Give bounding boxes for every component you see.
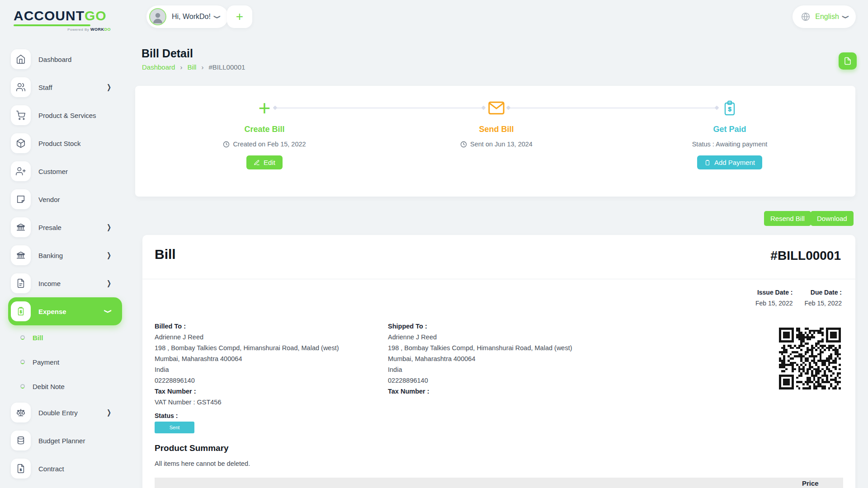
price-column-header: Price [802,479,819,487]
chevron-right-icon: ❯ [107,251,111,259]
bank-icon [11,245,31,265]
user-menu[interactable]: Hi, WorkDo! ❯ [146,5,228,28]
shipped-tax-label: Tax Number : [388,386,572,397]
sidebar-item-label: Income [38,280,61,287]
sidebar-item-double-entry[interactable]: Double Entry ❯ [0,399,126,427]
billed-address2: Mumbai, Maharashtra 400064 [155,353,339,364]
breadcrumb-bill[interactable]: Bill [187,63,196,71]
brand-logo-text: ACCOUNTGO [14,8,113,23]
shipped-address2: Mumbai, Maharashtra 400064 [388,353,572,364]
due-date: Due Date : Feb 15, 2022 [804,289,842,307]
brand-logo[interactable]: ACCOUNTGO Powered By WORKDO [14,8,113,32]
coins-dollar-icon [11,431,31,450]
sidebar-item-presale[interactable]: Presale ❯ [0,213,126,241]
clipboard-dollar-icon: $ [11,301,31,321]
edit-button[interactable]: Edit [246,155,283,169]
note-icon [11,189,31,209]
svg-text:$: $ [20,468,22,472]
add-button[interactable]: + [227,5,252,28]
chevron-right-icon: ❯ [107,223,111,231]
bill-dates: Issue Date : Feb 15, 2022 Due Date : Feb… [755,289,842,307]
brand-powered-by: Powered By WORKDO [14,27,111,32]
status-badge: Sent [155,422,194,433]
chevron-right-icon: › [180,63,182,71]
sidebar-item-staff[interactable]: Staff ❯ [0,73,126,101]
status-label: Status : [155,412,178,419]
globe-icon [801,12,811,22]
chevron-right-icon: ❯ [107,279,111,287]
step-meta: Created on Feb 15, 2022 [223,141,306,148]
sidebar-item-product-stock[interactable]: Product Stock [0,129,126,157]
download-button[interactable]: Download [811,211,854,226]
bill-detail-card: Bill #BILL00001 Issue Date : Feb 15, 202… [142,235,855,488]
clipboard-dollar-icon: $ [722,99,737,117]
bill-heading: Bill [155,247,176,262]
bank-icon [11,217,31,237]
step-title: Create Bill [244,125,284,134]
chevron-right-icon: ❯ [107,408,111,417]
brand-logo-underline [14,24,90,26]
sidebar-item-expense[interactable]: $ Expense ❯ [8,297,122,325]
svg-text:$: $ [20,310,22,314]
sidebar-item-customer[interactable]: Customer [0,157,126,185]
billed-phone: 02228896140 [155,375,339,386]
sidebar-item-vendor[interactable]: Vendor [0,185,126,213]
sidebar-item-label: Staff [38,84,52,91]
sidebar-item-label: Presale [38,224,61,231]
sidebar-subitem-debit-note[interactable]: Debit Note [0,374,126,399]
step-send-bill: Send Bill Sent on Jun 13, 2024 [424,86,569,197]
shipped-country: India [388,364,572,375]
clock-icon [223,141,230,148]
sidebar-item-label: Contract [38,465,64,473]
bullet-icon [20,335,25,340]
sidebar-item-label: Expense [38,308,66,315]
home-icon [11,49,31,69]
qr-code [779,328,841,389]
sidebar-item-contract[interactable]: $ Contract [0,455,126,483]
sidebar-item-banking[interactable]: Banking ❯ [0,241,126,269]
chevron-down-icon: ❯ [842,14,849,19]
breadcrumb-dashboard[interactable]: Dashboard [142,63,175,71]
resend-bill-button[interactable]: Resend Bill [764,211,811,226]
language-selector[interactable]: English ❯ [793,5,856,28]
export-document-button[interactable] [839,52,857,70]
plus-icon: + [259,99,271,117]
file-text-icon [11,273,31,293]
step-meta: Status : Awaiting payment [692,141,768,148]
sidebar-item-label: Dashboard [38,56,71,63]
bullet-icon [20,360,25,364]
greeting-text: Hi, WorkDo! [172,13,211,21]
billed-name: Adrienne J Reed [155,332,339,343]
breadcrumb: Dashboard › Bill › #BILL00001 [142,63,245,71]
sidebar-subitem-label: Payment [33,358,59,366]
shipped-phone: 02228896140 [388,375,572,386]
add-payment-button[interactable]: Add Payment [697,155,762,169]
cart-icon [11,105,31,125]
sidebar-item-label: Customer [38,168,68,175]
sidebar-item-product-services[interactable]: Product & Services [0,101,126,129]
sidebar-item-income[interactable]: Income ❯ [0,269,126,297]
sidebar-item-label: Budget Planner [38,437,85,445]
sidebar-item-budget-planner[interactable]: Budget Planner [0,427,126,455]
billed-to-block: Billed To : Adrienne J Reed 198 , Bombay… [155,321,339,408]
sidebar-subitem-payment[interactable]: Payment [0,350,126,374]
billed-tax-value: VAT Number : GST456 [155,397,339,408]
step-title: Send Bill [479,125,514,134]
billed-country: India [155,364,339,375]
shipped-to-block: Shipped To : Adrienne J Reed 198 , Bomba… [388,321,572,397]
step-create-bill: + Create Bill Created on Feb 15, 2022 Ed… [192,86,337,197]
sidebar-item-dashboard[interactable]: Dashboard [0,45,126,73]
sidebar-item-label: Vendor [38,196,60,203]
sidebar: ACCOUNTGO Powered By WORKDO Dashboard St… [0,0,126,488]
sidebar-item-label: Product Stock [38,140,80,147]
sidebar-nav: Dashboard Staff ❯ Product & Services Pro… [0,45,126,483]
svg-text:$: $ [728,106,731,113]
clock-icon [460,141,467,148]
sidebar-subitem-bill[interactable]: Bill [0,325,126,350]
language-label: English [815,13,839,21]
chevron-down-icon: ❯ [104,309,112,314]
chevron-right-icon: ❯ [107,83,111,91]
sidebar-item-label: Double Entry [38,409,78,417]
product-summary-note: All items here cannot be deleted. [155,460,250,467]
bill-number: #BILL00001 [770,249,841,263]
